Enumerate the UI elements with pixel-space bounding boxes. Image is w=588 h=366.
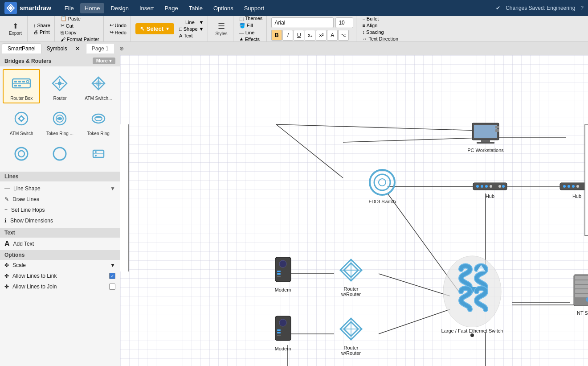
subscript-button[interactable]: x₂ xyxy=(305,30,315,41)
left-edge-panel xyxy=(120,124,129,271)
effects-button[interactable]: ★ Effects xyxy=(238,36,264,43)
italic-button[interactable]: I xyxy=(282,30,293,41)
svg-point-56 xyxy=(481,185,483,188)
svg-point-58 xyxy=(490,185,492,188)
allow-lines-link-item[interactable]: ✤ Allow Lines to Link xyxy=(0,271,120,281)
line-shape-item[interactable]: — Line Shape ▼ xyxy=(0,183,120,194)
page1-tab[interactable]: Page 1 xyxy=(86,44,114,53)
fddi-switch-element[interactable]: FDDI Switch xyxy=(362,167,402,204)
help-icon[interactable]: ? xyxy=(580,5,584,11)
font-size-input[interactable] xyxy=(335,17,353,28)
add-text-item[interactable]: A Add Text xyxy=(0,238,120,250)
symbol-atm-switch2[interactable]: ATM Switch xyxy=(3,104,40,139)
export-button[interactable]: ⬆ Export xyxy=(6,20,24,37)
undo-button[interactable]: ↩ Undo xyxy=(108,22,128,29)
allow-lines-join-item[interactable]: ✤ Allow Lines to Join xyxy=(0,281,120,292)
hub2-icon xyxy=(559,180,588,193)
fill-button[interactable]: 🪣 Fill xyxy=(238,22,264,29)
svg-rect-92 xyxy=(575,289,588,293)
symbol-token-ring1[interactable]: Token Ring ... xyxy=(41,104,78,139)
hub1-icon xyxy=(472,180,508,193)
bullet-button[interactable]: ≡ Bullet xyxy=(361,16,400,22)
symbol-token-ring2[interactable]: Token Ring xyxy=(80,104,117,139)
svg-point-22 xyxy=(18,151,24,157)
superscript-button[interactable]: x² xyxy=(316,30,327,41)
symbols-tab[interactable]: Symbols xyxy=(41,44,73,53)
nav-support[interactable]: Support xyxy=(240,3,269,13)
svg-line-35 xyxy=(276,124,494,131)
print-button[interactable]: 🖨 Print xyxy=(32,29,52,35)
cut-button[interactable]: ✂ Cut xyxy=(59,22,101,29)
nav-insert[interactable]: Insert xyxy=(135,3,159,13)
symbol-ring2[interactable] xyxy=(41,140,78,169)
pc-workstations-element[interactable]: PC Workstations xyxy=(463,122,508,153)
format-painter-label: Format Painter xyxy=(67,37,99,42)
nav-home[interactable]: Home xyxy=(80,3,105,13)
symbols-tab-close[interactable]: ✕ xyxy=(73,45,82,52)
symbol-router-box[interactable]: Router Box xyxy=(3,69,40,103)
symbol-atm-switch[interactable]: ATM Switch... xyxy=(80,69,117,103)
themes-button[interactable]: ⬚ Themes xyxy=(238,15,264,22)
draw-lines-item[interactable]: ✎ Draw Lines xyxy=(0,194,120,205)
text-direction-button[interactable]: ↔ Text Direction xyxy=(361,36,400,42)
set-line-hops-item[interactable]: + Set Line Hops xyxy=(0,205,120,215)
text-tool-button[interactable]: A Text xyxy=(178,33,205,39)
smart-panel-tab[interactable]: SmartPanel xyxy=(2,43,41,53)
router-w-router2-element[interactable]: Router w/Router xyxy=(333,314,369,356)
symbol-token-ring1-label: Token Ring ... xyxy=(46,131,74,136)
symbol-ring1[interactable] xyxy=(3,140,40,169)
font-name-input[interactable] xyxy=(271,17,334,28)
align-button[interactable]: ≡ Align xyxy=(361,22,400,29)
symbol-router[interactable]: Router xyxy=(41,69,78,103)
hub1-element[interactable]: Hub xyxy=(472,180,508,199)
scale-item[interactable]: ✤ Scale ▼ xyxy=(0,260,120,271)
spacing-icon: ↕ xyxy=(362,29,365,35)
paste-button[interactable]: 📋 Paste xyxy=(59,15,101,22)
symbol-ring3[interactable] xyxy=(80,140,117,169)
more-button[interactable]: More ▾ xyxy=(93,58,115,64)
router-w-router2-icon xyxy=(336,314,366,344)
nav-design[interactable]: Design xyxy=(106,3,133,13)
shape-tool-button[interactable]: □ Shape ▼ xyxy=(178,26,205,32)
svg-point-21 xyxy=(15,148,28,160)
format-painter-button[interactable]: 🖌 Format Painter xyxy=(59,36,101,42)
copy-button[interactable]: ⎘ Copy xyxy=(59,29,101,36)
nav-table[interactable]: Table xyxy=(184,3,207,13)
paste-label: Paste xyxy=(68,16,81,21)
spacing-button[interactable]: ↕ Spacing xyxy=(361,29,400,35)
bold-button[interactable]: B xyxy=(271,30,282,41)
fill-icon: 🪣 xyxy=(239,23,245,29)
nav-file[interactable]: File xyxy=(60,3,78,13)
select-button[interactable]: ↖ Select ▼ xyxy=(135,23,174,34)
copy-icon: ⎘ xyxy=(61,30,64,35)
allow-lines-link-checkbox[interactable] xyxy=(109,273,115,279)
ethernet-switch-element[interactable]: Large / Fast Ethernet Switch xyxy=(432,247,512,333)
lines-section: — Line Shape ▼ ✎ Draw Lines + Set Line H… xyxy=(0,181,120,228)
paragraph-stack: ≡ Bullet ≡ Align ↕ Spacing ↔ Text Direct… xyxy=(361,16,400,42)
modem1-element[interactable]: Modem xyxy=(267,255,298,292)
modem2-element[interactable]: Modem xyxy=(267,314,298,351)
nav-options[interactable]: Options xyxy=(209,3,238,13)
line-tool-button[interactable]: — Line ▼ xyxy=(178,19,205,25)
hub2-element[interactable]: Hub xyxy=(559,180,588,199)
nt-server-element[interactable]: NT Server xyxy=(570,274,588,316)
nav-page[interactable]: Page xyxy=(160,3,182,13)
special-char-button[interactable]: ⌥ xyxy=(338,30,349,41)
allow-lines-join-checkbox[interactable] xyxy=(109,284,115,290)
router-w-router1-element[interactable]: Router w/Router xyxy=(333,255,369,297)
svg-point-23 xyxy=(53,148,66,160)
line-arrow-icon: ▼ xyxy=(199,20,204,25)
redo-button[interactable]: ↪ Redo xyxy=(108,29,128,36)
font-color-button[interactable]: A xyxy=(327,30,338,41)
canvas[interactable]: PC Workstations Hub xyxy=(120,55,588,366)
underline-button[interactable]: U xyxy=(294,30,304,41)
share-button[interactable]: ↑ Share xyxy=(32,22,52,29)
styles-button[interactable]: ☰ Styles xyxy=(212,20,230,38)
svg-point-69 xyxy=(374,174,390,190)
text-tool-label: Text xyxy=(184,33,192,38)
hub1-label: Hub xyxy=(486,193,494,199)
show-dimensions-item[interactable]: ℹ Show Dimensions xyxy=(0,215,120,226)
add-page-button[interactable]: ⊕ xyxy=(114,44,129,53)
line2-button[interactable]: — Line xyxy=(238,29,264,36)
styles-icon: ☰ xyxy=(218,21,225,31)
